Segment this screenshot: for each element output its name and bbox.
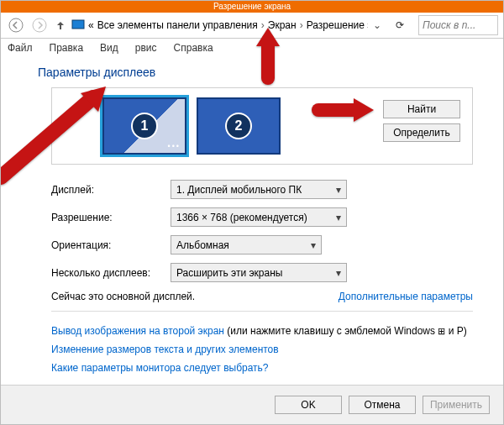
ok-button[interactable]: OK <box>275 396 342 414</box>
menu-bar: Файл Правка Вид рвис Справка <box>1 39 503 57</box>
menu-view[interactable]: Вид <box>100 42 118 54</box>
menu-help[interactable]: Справка <box>174 42 213 54</box>
chevron-right-icon[interactable]: › <box>261 19 265 31</box>
display-label: Дисплей: <box>51 184 171 196</box>
multi-display-select[interactable]: Расширить эти экраны <box>171 263 347 282</box>
breadcrumb-dropdown[interactable]: ⌄ <box>371 19 383 31</box>
breadcrumb-root[interactable]: « <box>88 19 94 31</box>
windows-key-icon: ⊞ <box>438 326 445 336</box>
search-input[interactable]: Поиск в п... <box>418 15 498 35</box>
identify-button[interactable]: Определить <box>383 123 460 142</box>
find-button[interactable]: Найти <box>383 100 460 118</box>
primary-display-status: Сейчас это основной дисплей. <box>51 291 195 302</box>
monitor-2[interactable]: 2 <box>197 97 281 155</box>
footer: OK Отмена Применить <box>1 385 503 424</box>
menu-file[interactable]: Файл <box>8 42 33 54</box>
chevron-right-icon[interactable]: › <box>300 19 303 31</box>
nav-bar: « Все элементы панели управления › Экран… <box>1 13 503 39</box>
orientation-select[interactable]: Альбомная <box>171 235 322 254</box>
tip-text: (или нажмите клавишу с эмблемой Windows <box>224 325 438 337</box>
page-heading: Параметры дисплеев <box>38 66 503 79</box>
select-value: Альбомная <box>176 239 229 251</box>
resolution-label: Разрешение: <box>51 212 171 223</box>
monitor-number: 2 <box>225 113 252 139</box>
advanced-settings-link[interactable]: Дополнительные параметры <box>339 291 473 302</box>
tips-section: Вывод изображения на второй экран (или н… <box>51 322 473 377</box>
multi-display-label: Несколько дисплеев: <box>51 267 171 279</box>
project-link[interactable]: Вывод изображения на второй экран <box>51 325 224 337</box>
select-value: 1. Дисплей мобильного ПК <box>176 184 302 196</box>
display-select[interactable]: 1. Дисплей мобильного ПК <box>171 180 347 199</box>
menu-edit[interactable]: Правка <box>50 42 84 54</box>
menu-service[interactable]: рвис <box>135 42 157 54</box>
refresh-icon[interactable]: ⟳ <box>391 19 408 31</box>
orientation-label: Ориентация: <box>51 239 171 251</box>
apply-button[interactable]: Применить <box>423 396 490 414</box>
breadcrumb-icon[interactable] <box>71 19 85 31</box>
breadcrumb: Все элементы панели управления › Экран ›… <box>97 19 368 31</box>
nav-up-icon[interactable] <box>53 15 68 35</box>
window-title: Разрешение экрана <box>1 1 503 13</box>
monitor-number: 1 <box>131 113 158 139</box>
monitor-1[interactable]: 1 ••• <box>102 97 186 155</box>
svg-point-0 <box>9 18 23 32</box>
text-size-link[interactable]: Изменение размеров текста и других элеме… <box>51 344 279 355</box>
cancel-button[interactable]: Отмена <box>349 396 416 414</box>
breadcrumb-item[interactable]: Все элементы панели управления <box>97 19 258 31</box>
divider <box>51 311 473 312</box>
tip-text: и P) <box>445 325 466 337</box>
svg-point-1 <box>33 18 46 32</box>
monitor-dots-icon: ••• <box>168 142 181 150</box>
svg-rect-2 <box>72 20 84 29</box>
display-preview: 1 ••• 2 Найти Определить <box>51 87 473 165</box>
nav-back-icon[interactable] <box>6 15 26 35</box>
resolution-select[interactable]: 1366 × 768 (рекомендуется) <box>171 207 347 227</box>
select-value: Расширить эти экраны <box>176 267 282 279</box>
which-settings-link[interactable]: Какие параметры монитора следует выбрать… <box>51 362 269 374</box>
breadcrumb-item[interactable]: Разрешение экрана <box>307 19 368 31</box>
search-placeholder: Поиск в п... <box>423 19 475 31</box>
select-value: 1366 × 768 (рекомендуется) <box>176 212 307 223</box>
nav-forward-icon[interactable] <box>29 15 50 35</box>
breadcrumb-item[interactable]: Экран <box>268 19 297 31</box>
